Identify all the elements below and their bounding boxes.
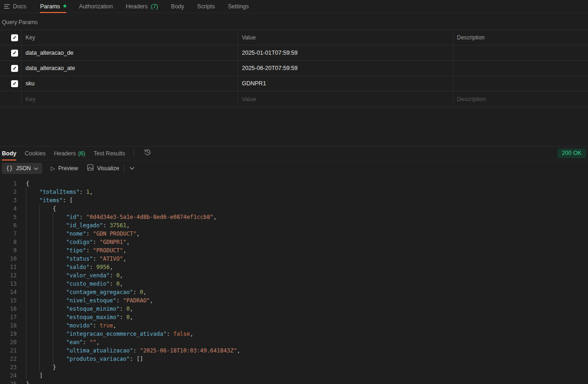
tab-scripts-label: Scripts <box>197 3 215 10</box>
docs-icon <box>4 4 10 9</box>
code-line: 13 "custo_medio": 0, <box>0 280 588 288</box>
param-row: ✓ data_alteracao_ate 2025-06-20T07:59:59 <box>0 61 588 76</box>
indent-guide <box>26 188 26 380</box>
line-number: 2 <box>0 188 17 196</box>
line-number: 23 <box>0 363 17 371</box>
line-number: 9 <box>0 246 17 255</box>
line-number: 14 <box>0 288 17 296</box>
param-key-input[interactable]: Key <box>22 91 238 107</box>
response-status-badge: 200 OK <box>557 148 586 158</box>
row-checkbox-cell: ✓ <box>0 76 22 91</box>
toolbar-more-button[interactable] <box>128 164 136 173</box>
tab-authorization[interactable]: Authorization <box>79 0 113 13</box>
select-all-cell: ✓ <box>0 30 22 45</box>
code-line: 22 "produtos_variacao": [] <box>0 355 588 363</box>
row-checkbox-cell <box>0 91 22 107</box>
code-line: 21 "ultima_atualizacao": "2025-06-18T10:… <box>0 346 588 355</box>
param-value-field[interactable]: 2025-01-01T07:59:59 <box>238 45 453 60</box>
line-number: 24 <box>0 371 17 380</box>
history-clock-icon <box>144 148 152 158</box>
param-key-field[interactable]: sku <box>22 76 238 91</box>
code-line: 12 "valor_venda": 0, <box>0 271 588 280</box>
line-number: 12 <box>0 271 17 280</box>
param-value-field[interactable]: GDNPR1 <box>238 76 453 91</box>
code-line: 2 "totalItems": 1, <box>0 188 588 196</box>
param-key-field[interactable]: data_alteracao_ate <box>22 61 238 76</box>
param-description-input[interactable]: Description <box>453 91 588 107</box>
code-line: 6 "id_legado": 37561, <box>0 221 588 230</box>
param-value-input[interactable]: Value <box>238 91 453 107</box>
line-number: 18 <box>0 321 17 330</box>
tab-settings-label: Settings <box>228 3 249 10</box>
visualize-button[interactable]: Visualize <box>87 164 119 172</box>
preview-button-label: Preview <box>58 165 78 172</box>
param-value-field[interactable]: 2025-06-20T07:59:59 <box>238 61 453 76</box>
tab-headers[interactable]: Headers (7) <box>126 0 158 13</box>
row-checkbox[interactable]: ✓ <box>11 65 18 72</box>
code-line: 3 "items": [ <box>0 196 588 205</box>
code-line: 24 ] <box>0 371 588 380</box>
response-tab-body[interactable]: Body <box>2 146 16 160</box>
code-line: 17 "estoque_maximo": 0, <box>0 313 588 321</box>
chevron-down-icon <box>34 165 38 172</box>
section-spacer <box>0 107 588 146</box>
tab-scripts[interactable]: Scripts <box>197 0 215 13</box>
preview-button[interactable]: ▷ Preview <box>51 165 78 172</box>
response-toolbar: {} JSON ▷ Preview Visualize <box>0 160 588 176</box>
param-description-field[interactable] <box>453 61 588 76</box>
select-all-checkbox[interactable]: ✓ <box>11 34 18 41</box>
line-number: 15 <box>0 296 17 305</box>
format-selector-dropdown[interactable]: {} JSON <box>2 163 42 174</box>
line-number: 5 <box>0 213 17 221</box>
tab-headers-label: Headers <box>126 3 148 10</box>
code-line: 5 "id": "0d4d34e3-5a1e-4d8b-8ed6-e0874ef… <box>0 213 588 221</box>
tab-params-label: Params <box>40 3 60 10</box>
line-number: 21 <box>0 346 17 355</box>
line-number: 1 <box>0 179 17 188</box>
line-number: 10 <box>0 255 17 263</box>
row-checkbox[interactable]: ✓ <box>11 80 18 87</box>
tab-params[interactable]: Params <box>40 0 66 13</box>
param-description-field[interactable] <box>453 76 588 91</box>
line-number: 22 <box>0 355 17 363</box>
tab-body[interactable]: Body <box>171 0 184 13</box>
tab-body-label: Body <box>171 3 184 10</box>
visualize-image-icon <box>87 164 94 172</box>
tab-settings[interactable]: Settings <box>228 0 249 13</box>
line-number: 13 <box>0 280 17 288</box>
code-line: 25} <box>0 380 588 384</box>
response-headers-count-badge: (6) <box>78 150 85 157</box>
row-checkbox-cell: ✓ <box>0 45 22 60</box>
code-line: 10 "status": "ATIVO", <box>0 255 588 263</box>
check-icon: ✓ <box>13 50 17 56</box>
code-line: 11 "saldo": 9956, <box>0 263 588 271</box>
code-line: 19 "integracao_ecommerce_ativada": false… <box>0 330 588 338</box>
code-line: 16 "estoque_minimo": 0, <box>0 305 588 313</box>
response-tab-test-results[interactable]: Test Results <box>94 146 125 160</box>
response-tab-cookies-label: Cookies <box>25 150 45 157</box>
param-description-field[interactable] <box>453 45 588 60</box>
response-tab-test-results-label: Test Results <box>94 150 125 157</box>
tab-docs[interactable]: Docs <box>4 0 26 13</box>
tab-authorization-label: Authorization <box>79 3 113 10</box>
line-number: 19 <box>0 330 17 338</box>
response-history-button[interactable] <box>142 148 152 159</box>
response-tab-headers-label: Headers <box>54 150 76 157</box>
code-line: 14 "contagem_agregacao": 0, <box>0 288 588 296</box>
line-number: 7 <box>0 230 17 238</box>
tab-docs-label: Docs <box>13 3 26 10</box>
line-number: 11 <box>0 263 17 271</box>
line-number: 20 <box>0 338 17 346</box>
param-key-field[interactable]: data_alteracao_de <box>22 45 238 60</box>
param-row: ✓ sku GDNPR1 <box>0 76 588 91</box>
response-tab-cookies[interactable]: Cookies <box>25 146 45 160</box>
line-number: 25 <box>0 380 17 384</box>
row-checkbox[interactable]: ✓ <box>11 50 18 57</box>
code-line: 1{ <box>0 179 588 188</box>
params-modified-dot-icon <box>63 5 66 7</box>
code-line: 23 } <box>0 363 588 371</box>
line-number: 4 <box>0 205 17 213</box>
toolbar-divider <box>124 165 124 172</box>
response-tab-headers[interactable]: Headers (6) <box>54 146 85 160</box>
response-body-json-viewer[interactable]: 1{2 "totalItems": 1,3 "items": [4 {5 "id… <box>0 176 588 384</box>
